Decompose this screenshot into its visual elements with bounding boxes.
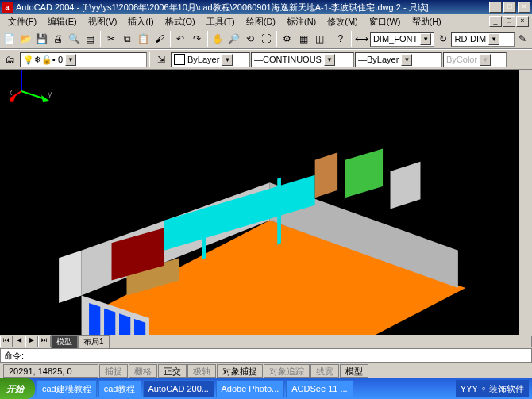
otrack-toggle[interactable]: 对象追踪 [264,364,310,378]
color-combo[interactable]: ByLayer▼ [171,52,250,67]
mdi-restore[interactable]: □ [503,16,515,27]
minimize-button[interactable]: _ [489,2,502,13]
scrollbar-vertical[interactable] [519,70,532,335]
command-line[interactable]: 命令: [0,348,532,363]
menu-modify[interactable]: 修改(M) [322,15,363,29]
taskbar: 开始 cad建模教程 cad教程 AutoCAD 200... Adobe Ph… [0,378,532,399]
menu-help[interactable]: 帮助(H) [407,15,446,29]
snap-toggle[interactable]: 捕捉 [99,364,128,378]
pan-icon[interactable]: ✋ [210,30,226,48]
dimstyle-combo[interactable]: DIM_FONT▼ [370,32,434,47]
task-2[interactable]: cad教程 [98,380,141,397]
app-icon: a [2,2,13,13]
lwt-toggle[interactable]: 线宽 [310,364,339,378]
palette-icon[interactable]: ◫ [312,30,327,48]
start-button[interactable]: 开始 [0,378,35,399]
menu-file[interactable]: 文件(F) [3,15,41,29]
open-icon[interactable]: 📂 [17,30,33,48]
system-tray[interactable]: YYY ♀ 装饰软件 [456,380,529,397]
menu-draw[interactable]: 绘图(D) [241,15,280,29]
svg-text:x: x [10,87,13,97]
polar-toggle[interactable]: 极轴 [187,364,216,378]
ortho-toggle[interactable]: 正交 [158,364,187,378]
undo-icon[interactable]: ↶ [173,30,188,48]
copy-icon[interactable]: ⧉ [120,30,135,48]
layer-combo[interactable]: 💡❄🔓▪ 0▼ [20,52,147,67]
scrollbar-horizontal[interactable] [110,336,532,347]
zoom-prev-icon[interactable]: ⟲ [242,30,257,48]
tab-next-icon[interactable]: ▶ [25,336,38,347]
lineweight-combo[interactable]: — ByLayer▼ [355,52,442,67]
menu-insert[interactable]: 插入(I) [123,15,158,29]
tab-model[interactable]: 模型 [51,335,78,349]
layout-tabs-bar: ⏮ ◀ ▶ ⏭ 模型 布局1 [0,335,532,348]
task-4[interactable]: Adobe Photo... [216,380,285,397]
window-title: AutoCAD 2004 - [f:\yy\ys1\2006年\2006年10月… [16,2,489,13]
standard-toolbar: 📄 📂 💾 🖨 🔍 ▤ ✂ ⧉ 📋 🖌 ↶ ↷ ✋ 🔎 ⟲ ⛶ ⚙ ▦ ◫ ? … [0,29,532,49]
tab-prev-icon[interactable]: ◀ [13,336,25,347]
properties-icon[interactable]: ⚙ [279,30,295,48]
layer-props-icon[interactable]: 🗂 [2,51,19,68]
task-5[interactable]: ACDSee 11 ... [286,380,353,397]
make-current-icon[interactable]: ⇲ [152,51,170,68]
close-button[interactable]: × [518,2,530,13]
print-icon[interactable]: 🖨 [50,30,65,48]
task-3[interactable]: AutoCAD 200... [143,380,214,397]
dim-linear-icon[interactable]: ⟷ [354,30,369,48]
help-icon[interactable]: ? [333,30,348,48]
svg-line-19 [21,91,45,99]
new-icon[interactable]: 📄 [2,30,17,48]
linetype-combo[interactable]: — CONTINUOUS▼ [251,52,354,67]
command-prompt-label: 命令: [4,350,24,362]
mdi-close[interactable]: × [516,16,529,27]
zoom-win-icon[interactable]: ⛶ [259,30,274,48]
save-icon[interactable]: 💾 [34,30,49,48]
preview-icon[interactable]: 🔍 [67,30,82,48]
menu-dim[interactable]: 标注(N) [282,15,321,29]
dim-update-icon[interactable]: ↻ [435,30,450,48]
designcenter-icon[interactable]: ▦ [295,30,310,48]
menu-window[interactable]: 窗口(W) [364,15,406,29]
grid-toggle[interactable]: 栅格 [129,364,157,378]
svg-text:y: y [48,89,52,98]
menu-view[interactable]: 视图(V) [83,15,122,29]
paste-icon[interactable]: 📋 [136,30,151,48]
viewport[interactable]: z y x ⏮ ◀ ▶ ⏭ 模型 布局1 [0,70,532,348]
redo-icon[interactable]: ↷ [189,30,204,48]
publish-icon[interactable]: ▤ [83,30,98,48]
status-bar: 20291, 14825, 0 捕捉 栅格 正交 极轴 对象捕捉 对象追踪 线宽… [0,363,532,378]
menubar: 文件(F) 编辑(E) 视图(V) 插入(I) 格式(O) 工具(T) 绘图(D… [0,14,532,29]
tab-first-icon[interactable]: ⏮ [0,336,13,347]
ucs-icon: z y x [10,70,532,334]
match-icon[interactable]: 🖌 [152,30,167,48]
dim-edit-icon[interactable]: ✎ [515,30,530,48]
layer-state-icons: 💡❄🔓▪ [23,55,56,65]
properties-toolbar: 🗂 💡❄🔓▪ 0▼ ⇲ ByLayer▼ — CONTINUOUS▼ — ByL… [0,49,532,70]
menu-tools[interactable]: 工具(T) [202,15,240,29]
task-1[interactable]: cad建模教程 [37,380,97,397]
menu-edit[interactable]: 编辑(E) [43,15,82,29]
model-toggle[interactable]: 模型 [340,364,368,378]
tab-layout1[interactable]: 布局1 [78,335,110,349]
mdi-minimize[interactable]: _ [489,16,502,27]
menu-format[interactable]: 格式(O) [160,15,200,29]
plotstyle-combo[interactable]: ByColor▼ [443,52,507,67]
dimtype-combo[interactable]: RD-DIM▼ [451,32,514,47]
zoom-rt-icon[interactable]: 🔎 [226,30,241,48]
coords-readout: 20291, 14825, 0 [3,364,98,378]
tab-last-icon[interactable]: ⏭ [38,336,51,347]
restore-button[interactable]: □ [503,2,516,13]
osnap-toggle[interactable]: 对象捕捉 [217,364,263,378]
cut-icon[interactable]: ✂ [103,30,118,48]
